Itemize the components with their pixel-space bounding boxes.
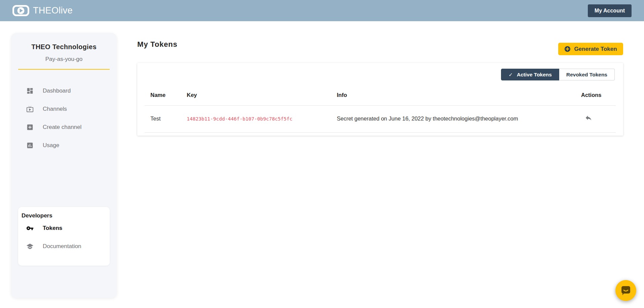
check-icon: ✓ xyxy=(508,72,513,78)
graduation-cap-icon xyxy=(26,243,34,250)
organization-name: THEO Technologies xyxy=(11,43,117,51)
top-header-bar: THEOlive My Account xyxy=(0,0,644,21)
generate-token-button[interactable]: Generate Token xyxy=(558,43,623,55)
plus-circle-icon xyxy=(564,46,571,52)
chat-launcher-button[interactable] xyxy=(615,280,636,301)
key-icon xyxy=(26,225,34,232)
column-header-actions: Actions xyxy=(581,92,602,98)
token-name-cell: Test xyxy=(150,115,160,122)
column-header-info: Info xyxy=(337,92,347,98)
sidebar-item-create-channel[interactable]: Create channel xyxy=(11,118,117,136)
tab-label: Revoked Tokens xyxy=(566,72,607,78)
page-title: My Tokens xyxy=(137,40,177,49)
column-header-name: Name xyxy=(150,92,166,98)
sidebar-item-channels[interactable]: Channels xyxy=(11,100,117,118)
sidebar-item-documentation[interactable]: Documentation xyxy=(18,237,110,255)
sidebar-item-label: Create channel xyxy=(43,124,81,131)
chat-bubble-icon xyxy=(621,286,631,296)
revoke-token-button[interactable] xyxy=(585,114,592,123)
theolive-logo: THEOlive xyxy=(12,5,73,16)
dashboard-icon xyxy=(26,87,34,95)
brand-name: THEOlive xyxy=(33,5,73,16)
token-key-cell: 14823b11-9cdd-446f-b107-0b9c78c5f5fc xyxy=(187,116,292,122)
yellow-divider xyxy=(18,69,110,70)
sidebar-item-label: Dashboard xyxy=(43,88,71,94)
sidebar-item-label: Channels xyxy=(43,106,67,112)
tab-active-tokens[interactable]: ✓ Active Tokens xyxy=(501,69,559,80)
tokens-card: ✓ Active Tokens Revoked Tokens Name Key … xyxy=(137,63,623,136)
sidebar: THEO Technologies Pay-as-you-go Dashboar… xyxy=(11,33,117,298)
developers-section: Developers Tokens Documentation xyxy=(18,207,110,266)
bar-chart-icon xyxy=(26,142,34,149)
sidebar-item-dashboard[interactable]: Dashboard xyxy=(11,82,117,100)
developers-title: Developers xyxy=(22,212,110,219)
sidebar-nav: Dashboard Channels Create channel Usage xyxy=(11,82,117,155)
plan-name: Pay-as-you-go xyxy=(11,56,117,63)
sidebar-item-label: Usage xyxy=(43,142,59,149)
my-account-button[interactable]: My Account xyxy=(588,4,632,17)
table-header-divider xyxy=(145,105,616,106)
live-tv-icon xyxy=(26,105,34,113)
sidebar-item-label: Tokens xyxy=(43,225,62,232)
column-header-key: Key xyxy=(187,92,197,98)
play-logo-icon xyxy=(12,5,29,16)
tab-label: Active Tokens xyxy=(517,72,552,78)
generate-token-label: Generate Token xyxy=(574,46,617,53)
token-tabs: ✓ Active Tokens Revoked Tokens xyxy=(501,69,615,80)
sidebar-item-label: Documentation xyxy=(43,243,81,250)
sidebar-item-tokens[interactable]: Tokens xyxy=(18,219,110,237)
tab-revoked-tokens[interactable]: Revoked Tokens xyxy=(559,69,615,80)
revoke-reply-icon xyxy=(585,114,592,122)
sidebar-item-usage[interactable]: Usage xyxy=(11,136,117,155)
table-row-divider xyxy=(145,132,616,133)
add-box-icon xyxy=(26,124,34,131)
token-info-cell: Secret generated on June 16, 2022 by the… xyxy=(337,115,518,122)
